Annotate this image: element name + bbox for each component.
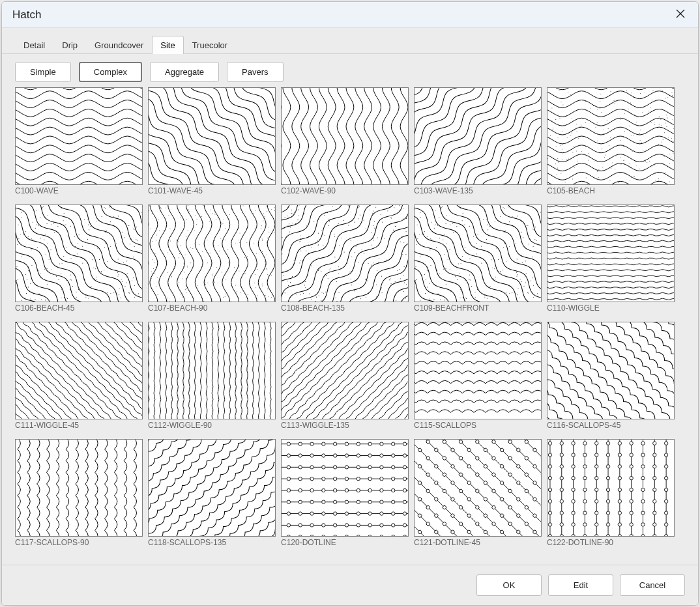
svg-point-141 (630, 163, 630, 164)
svg-point-3084 (380, 442, 383, 445)
pattern-swatch-c110-wiggle[interactable] (547, 205, 675, 302)
svg-point-954 (50, 249, 51, 249)
svg-point-3117 (345, 466, 348, 469)
pattern-swatch-c105-beach[interactable] (547, 87, 675, 185)
svg-point-1604 (239, 242, 240, 243)
svg-point-3203 (299, 524, 302, 527)
pattern-swatch-c102-wave-90[interactable] (281, 87, 409, 185)
pattern-swatch-c118-scallops-135[interactable] (148, 439, 276, 537)
svg-point-802 (58, 279, 59, 280)
svg-point-3150 (310, 488, 314, 492)
pattern-swatch-c106-beach-45[interactable] (15, 205, 143, 302)
svg-point-3081 (345, 442, 348, 445)
svg-point-1295 (262, 284, 263, 285)
pattern-swatch-c108-beach-135[interactable] (281, 205, 409, 302)
svg-point-3804 (583, 523, 587, 526)
svg-point-1225 (267, 211, 267, 212)
tab-site[interactable]: Site (152, 36, 183, 54)
svg-point-382 (624, 160, 624, 161)
svg-point-289 (612, 162, 613, 163)
svg-point-1545 (181, 217, 181, 218)
pattern-swatch-c117-scallops-90[interactable] (15, 439, 143, 537)
svg-point-77 (659, 116, 660, 117)
svg-point-3745 (618, 465, 621, 468)
svg-point-248 (595, 127, 596, 128)
svg-point-1941 (312, 247, 312, 247)
svg-point-1151 (117, 272, 118, 272)
svg-point-1294 (212, 213, 213, 214)
svg-point-2289 (355, 246, 356, 246)
subtab-complex[interactable]: Complex (79, 62, 142, 82)
tab-detail[interactable]: Detail (15, 36, 53, 54)
svg-point-3801 (583, 488, 587, 491)
svg-point-2892 (416, 244, 416, 245)
pattern-label: C111-WIGGLE-45 (15, 421, 143, 430)
svg-point-659 (118, 216, 119, 216)
svg-point-3695 (653, 511, 656, 515)
pattern-grid-scroll[interactable]: C100-WAVEC101-WAVE-45C102-WAVE-90C103-WA… (15, 87, 692, 565)
svg-point-815 (134, 297, 135, 298)
svg-point-2608 (420, 300, 420, 301)
pattern-swatch-c112-wiggle-90[interactable] (148, 322, 276, 419)
svg-point-867 (28, 287, 29, 287)
cancel-button[interactable]: Cancel (620, 574, 685, 596)
pattern-swatch-c107-beach-90[interactable] (148, 205, 276, 302)
pattern-swatch-c109-beachfront[interactable] (414, 205, 542, 302)
edit-button[interactable]: Edit (548, 574, 613, 596)
svg-point-3840 (560, 523, 563, 526)
svg-point-2336 (402, 254, 403, 255)
svg-point-2812 (525, 282, 526, 283)
svg-point-1635 (274, 207, 275, 208)
tab-truecolor[interactable]: Truecolor (184, 36, 236, 54)
svg-point-3803 (583, 511, 587, 515)
svg-point-126 (585, 101, 586, 102)
pattern-swatch-c121-dotline-45[interactable] (414, 439, 542, 537)
svg-point-2868 (455, 276, 456, 277)
svg-point-296 (577, 161, 577, 162)
subtab-aggregate[interactable]: Aggregate (150, 62, 219, 82)
pattern-swatch-c115-scallops[interactable] (414, 322, 542, 419)
svg-point-1336 (267, 238, 268, 238)
svg-point-3798 (583, 453, 587, 457)
svg-point-1200 (203, 205, 203, 206)
pattern-swatch-c101-wave-45[interactable] (148, 87, 276, 185)
pattern-swatch-c113-wiggle-135[interactable] (281, 322, 409, 419)
pattern-cell: C122-DOTLINE-90 (547, 439, 675, 547)
pattern-swatch-c116-scallops-45[interactable] (547, 322, 675, 419)
svg-point-2809 (437, 293, 438, 294)
svg-point-589 (555, 119, 556, 120)
svg-point-3696 (653, 523, 656, 526)
svg-point-727 (117, 259, 118, 259)
pattern-swatch-c100-wave[interactable] (15, 87, 143, 185)
svg-point-1647 (254, 243, 254, 244)
tab-drip[interactable]: Drip (53, 36, 86, 54)
svg-point-1602 (156, 267, 156, 268)
svg-point-509 (621, 163, 622, 164)
subtab-pavers[interactable]: Pavers (227, 62, 283, 82)
pattern-swatch-c111-wiggle-45[interactable] (15, 322, 143, 419)
svg-point-1832 (365, 279, 366, 280)
svg-point-130 (585, 147, 586, 147)
svg-point-644 (141, 250, 141, 251)
svg-point-2579 (469, 258, 470, 259)
svg-point-1083 (89, 229, 89, 230)
pattern-swatch-c103-wave-135[interactable] (414, 87, 542, 185)
svg-point-1289 (223, 297, 224, 298)
close-button[interactable] (669, 4, 692, 26)
pattern-swatch-c122-dotline-90[interactable] (547, 439, 675, 537)
svg-point-2883 (488, 229, 488, 230)
svg-point-2367 (403, 218, 403, 219)
svg-point-259 (653, 110, 654, 111)
svg-point-3086 (403, 442, 406, 445)
svg-point-3185 (299, 512, 302, 515)
svg-point-592 (631, 135, 632, 136)
tab-groundcover[interactable]: Groundcover (86, 36, 152, 54)
svg-point-3115 (322, 466, 325, 469)
pattern-swatch-c120-dotline[interactable] (281, 439, 409, 537)
ok-button[interactable]: OK (476, 574, 542, 596)
svg-point-44 (653, 90, 654, 91)
svg-point-107 (658, 180, 658, 180)
svg-point-896 (37, 247, 38, 247)
svg-point-2672 (424, 231, 425, 232)
subtab-simple[interactable]: Simple (15, 62, 71, 82)
